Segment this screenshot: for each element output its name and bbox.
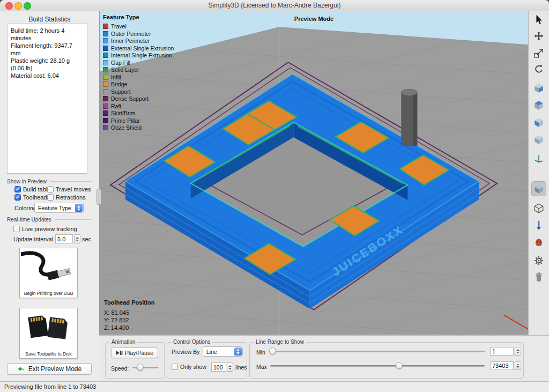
min-stepper[interactable] [515,347,521,356]
toolhead-x: X: 81.045 [104,309,155,316]
cursor-icon [533,14,545,26]
min-slider-track[interactable] [270,351,485,352]
cross-section-icon [533,219,545,231]
min-field[interactable]: 1 [490,347,514,356]
checkbox-retractions[interactable]: Retractions [47,194,86,201]
rotate-tool-button[interactable] [531,62,546,77]
disk-button-label: Save Toolpaths to Disk [20,351,77,357]
only-show-stepper[interactable] [227,363,233,372]
speed-slider-track[interactable] [132,367,158,368]
preview-by-dropdown[interactable]: Line [203,346,243,357]
view-cube-top-icon [533,99,545,111]
preview-cube-icon [533,183,545,195]
retractions-checkbox[interactable] [47,194,54,201]
coloring-dropdown[interactable]: Feature Type [34,203,84,213]
line-range-group-title: Line Range to Show [254,339,306,345]
update-interval-field[interactable]: 5.0 [55,234,73,243]
move-icon [533,31,545,42]
model-settings-button[interactable] [531,235,546,250]
toolhead-y: Y: 72.832 [104,317,155,323]
max-value: 73403 [492,363,509,369]
legend-swatch [103,38,108,43]
begin-printing-usb-button[interactable]: Begin Printing over USB [19,248,78,298]
max-slider-thumb[interactable] [396,362,403,369]
toolhead-checkbox[interactable] [14,194,21,201]
min-slider[interactable] [270,347,485,355]
speed-slider[interactable] [132,364,158,371]
settings-button[interactable] [531,253,546,268]
live-preview-tracking-checkbox[interactable] [13,226,20,232]
axes-icon [533,153,545,165]
legend-item: Solid Layer [103,66,174,73]
legend-label: Support [111,88,131,95]
view-cube-left-icon [533,116,545,128]
only-show-checkbox-row[interactable]: Only show [172,364,206,370]
legend-swatch [103,53,108,58]
legend-swatch [103,31,108,36]
legend-item: Ooze Shield [103,124,174,131]
view-front-button[interactable] [531,80,546,95]
preview-mode-button[interactable] [531,181,546,196]
play-pause-button[interactable]: Play/Pause [111,347,158,358]
legend-swatch [103,60,108,65]
view-iso-button[interactable] [531,132,546,147]
legend-label: Dense Support [111,95,149,102]
legend-swatch [103,125,108,130]
max-slider[interactable] [270,362,485,369]
max-field[interactable]: 73403 [490,361,514,370]
save-toolpaths-button[interactable]: Save Toolpaths to Disk [19,308,78,359]
scale-tool-button[interactable] [531,46,546,61]
cross-section-button[interactable] [531,218,546,233]
sidebar-splitter-handle[interactable] [97,189,101,205]
move-tool-button[interactable] [531,29,546,44]
play-pause-icon [116,350,123,356]
scale-icon [533,47,545,59]
travel-moves-checkbox[interactable] [47,186,54,193]
coloring-value: Feature Type [38,205,71,211]
legend-label: Internal Single Extrusion [111,52,172,58]
speed-label: Speed: [111,365,129,372]
build-table-checkbox[interactable] [14,186,21,193]
legend-label: Solid Layer [111,66,139,73]
legend-swatch [103,46,108,51]
legend-label: Raft [111,103,121,109]
legend-swatch [103,24,108,29]
legend-swatch [103,118,108,123]
view-left-button[interactable] [531,115,546,130]
wireframe-toggle-button[interactable] [531,201,546,216]
dropdown-arrows-icon [75,204,83,212]
checkbox-live-preview-tracking[interactable]: Live preview tracking [13,226,77,232]
back-arrow-icon [17,365,25,373]
view-top-button[interactable] [531,98,546,113]
view-cube-iso-icon [533,134,545,145]
axes-toggle-button[interactable] [531,151,546,166]
speed-slider-thumb[interactable] [137,364,144,371]
cursor-tool-button[interactable] [531,12,546,27]
delete-button[interactable] [531,269,546,284]
only-show-label: Only show [180,364,206,370]
checkbox-build-table[interactable]: Build table [14,186,50,193]
checkbox-travel-moves[interactable]: Travel moves [47,186,91,193]
status-bar: Previewing file from line 1 to 73403 [0,381,549,392]
legend-item: Dense Support [103,95,174,102]
wireframe-cube-icon [533,202,545,214]
preview-controls-panel: Animation Play/Pause Speed: Control Opti… [99,335,549,381]
preview-by-label: Preview By [172,349,200,355]
max-label: Max [256,364,267,370]
checkbox-toolhead[interactable]: Toolhead [14,194,47,201]
only-show-field[interactable]: 100 [211,363,226,372]
toolhead-position-title: Toolhead Position [104,299,155,306]
animation-group-title: Animation [109,339,137,345]
min-slider-thumb[interactable] [269,347,276,354]
max-stepper[interactable] [515,361,521,370]
update-interval-stepper[interactable] [74,234,80,243]
usb-button-label: Begin Printing over USB [20,291,77,296]
max-slider-track[interactable] [270,365,485,367]
travel-moves-label: Travel moves [56,186,91,193]
legend-label: Infill [111,74,121,80]
control-options-group: Control Options Preview By Line Only sho… [167,342,247,379]
exit-preview-mode-button[interactable]: Exit Preview Mode [7,363,92,375]
3d-viewport[interactable]: JUICEBOXX Feature Type Travel Outer Peri… [99,11,528,335]
legend-swatch [103,110,108,116]
only-show-checkbox[interactable] [172,364,178,370]
